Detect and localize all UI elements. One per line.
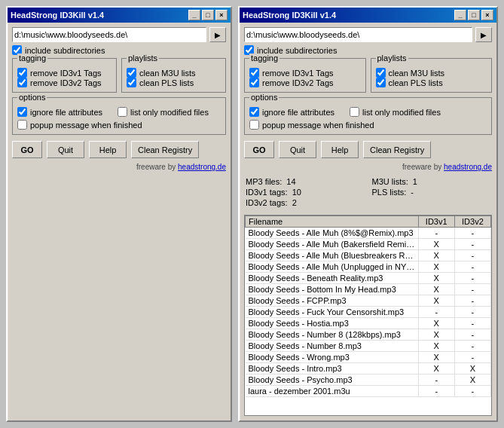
cell-id3v1: X [418, 295, 454, 307]
cell-id3v1: X [418, 261, 454, 273]
cell-filename: Bloody Seeds - Beneath Reality.mp3 [246, 273, 419, 284]
ignore-attr-checkbox-right[interactable] [249, 107, 259, 117]
path-input-left[interactable] [12, 27, 206, 42]
ignore-attr-checkbox-left[interactable] [17, 107, 27, 117]
id3v1-label-right: remove ID3v1 Tags [262, 69, 334, 78]
cell-filename: Bloody Seeds - Fuck Your Censorshit.mp3 [246, 307, 419, 318]
options-row1-left: ignore file attributes list only modifie… [17, 107, 221, 117]
freeware-link-right[interactable]: headstrong.de [444, 163, 492, 171]
cell-id3v2: - [454, 352, 490, 363]
id3v1-stat-row: ID3v1 tags: 10 [246, 188, 365, 197]
m3u-row-right: clean M3U lists [376, 68, 487, 78]
go-button-left[interactable]: GO [12, 141, 42, 158]
options-title-left: options [17, 93, 47, 102]
close-button-left[interactable]: × [215, 10, 228, 20]
cell-id3v1: - [418, 386, 454, 397]
id3v1-stat-value: 10 [292, 188, 301, 197]
table-row: Bloody Seeds - Beneath Reality.mp3X- [246, 273, 491, 284]
id3v1-checkbox-right[interactable] [249, 68, 259, 78]
cell-id3v1: X [418, 363, 454, 374]
popup-label-right: popup message when finished [262, 121, 374, 130]
popup-row-left: popup message when finished [17, 120, 221, 130]
m3u-checkbox-right[interactable] [376, 68, 386, 78]
maximize-button-right[interactable]: □ [468, 10, 480, 20]
cell-id3v1: X [418, 284, 454, 295]
table-row: Bloody Seeds - Wrong.mp3X- [246, 352, 491, 363]
mp3-stat-row: MP3 files: 14 [246, 177, 365, 186]
table-row: Bloody Seeds - Number 8.mp3X- [246, 341, 491, 352]
clean-registry-button-right[interactable]: Clean Registry [363, 141, 431, 158]
table-row: Bloody Seeds - Alle Muh (Bluesbreakers R… [246, 250, 491, 261]
list-only-label-left: list only modified files [130, 108, 209, 117]
m3u-value: 1 [413, 177, 417, 186]
clean-registry-button-left[interactable]: Clean Registry [131, 141, 199, 158]
id3v2-stat-label: ID3v2 tags: [246, 198, 288, 207]
app-title-left: HeadStrong ID3Kill v1.4 [11, 11, 104, 20]
pls-stat-row: PLS lists: - [372, 188, 491, 197]
id3v2-stat-value: 2 [292, 198, 297, 207]
right-window: HeadStrong ID3Kill v1.4 _ □ × ▶ include … [238, 6, 498, 422]
path-row-right: ▶ [244, 27, 492, 42]
minimize-button-left[interactable]: _ [188, 10, 200, 20]
panels-row-left: tagging remove ID3v1 Tags remove ID3v2 T… [12, 58, 226, 93]
go-button-right[interactable]: GO [244, 141, 274, 158]
pls-stat-label: PLS lists: [372, 188, 407, 197]
list-only-checkbox-left[interactable] [118, 107, 127, 117]
playlists-title-left: playlists [127, 54, 159, 63]
m3u-checkbox-left[interactable] [127, 68, 136, 78]
stats-section: MP3 files: 14 M3U lists: 1 ID3v1 tags: 1… [244, 174, 492, 210]
browse-button-right[interactable]: ▶ [475, 27, 492, 42]
id3v2-checkbox-right[interactable] [249, 78, 259, 87]
close-button-right[interactable]: × [481, 10, 493, 20]
popup-checkbox-right[interactable] [249, 120, 259, 130]
cell-id3v1: X [418, 341, 454, 352]
cell-id3v2: - [454, 307, 490, 318]
help-button-left[interactable]: Help [89, 141, 127, 158]
playlists-group-right: playlists clean M3U lists clean PLS list… [371, 58, 493, 93]
cell-id3v1: X [418, 329, 454, 341]
help-button-right[interactable]: Help [321, 141, 359, 158]
left-window: HeadStrong ID3Kill v1.4 _ □ × ▶ include … [6, 6, 232, 422]
cell-id3v1: - [418, 228, 454, 239]
cell-id3v1: X [418, 352, 454, 363]
m3u-label-right: clean M3U lists [389, 69, 445, 78]
browse-button-left[interactable]: ▶ [209, 27, 226, 42]
title-bar-right: HeadStrong ID3Kill v1.4 _ □ × [240, 8, 496, 23]
pls-checkbox-right[interactable] [376, 78, 386, 87]
cell-id3v1: X [418, 273, 454, 284]
cell-id3v2: - [454, 284, 490, 295]
pls-row-right: clean PLS lists [376, 78, 487, 87]
id3v1-label-left: remove ID3v1 Tags [30, 69, 102, 78]
cell-filename: Bloody Seeds - Alle Muh (Bakersfield Rem… [246, 239, 419, 250]
minimize-button-right[interactable]: _ [454, 10, 466, 20]
popup-label-left: popup message when finished [30, 121, 142, 130]
cell-id3v2: - [454, 261, 490, 273]
id3v2-checkbox-left[interactable] [17, 78, 27, 87]
id3v1-checkbox-left[interactable] [17, 68, 27, 78]
list-only-checkbox-right[interactable] [350, 107, 359, 117]
cell-filename: Bloody Seeds - Alle Muh (8%$@Remix).mp3 [246, 228, 419, 239]
popup-checkbox-left[interactable] [17, 120, 27, 130]
quit-button-left[interactable]: Quit [47, 141, 84, 158]
file-table-wrapper[interactable]: Filename ID3v1 ID3v2 Bloody Seeds - Alle… [244, 215, 492, 416]
table-row: Bloody Seeds - Alle Muh (Bakersfield Rem… [246, 239, 491, 250]
col-filename: Filename [246, 216, 419, 228]
maximize-button-left[interactable]: □ [202, 10, 214, 20]
pls-label-right: clean PLS lists [389, 78, 443, 87]
cell-filename: Bloody Seeds - Bottom In My Head.mp3 [246, 284, 419, 295]
cell-id3v1: X [418, 318, 454, 329]
mp3-label: MP3 files: [246, 177, 282, 186]
window-content-left: ▶ include subdirectories tagging remove … [8, 23, 231, 420]
path-input-right[interactable] [244, 27, 472, 42]
cell-filename: Bloody Seeds - Wrong.mp3 [246, 352, 419, 363]
tagging-title-right: tagging [249, 54, 279, 63]
pls-checkbox-left[interactable] [127, 78, 136, 87]
cell-filename: Bloody Seeds - Psycho.mp3 [246, 374, 419, 386]
freeware-link-left[interactable]: headstrong.de [178, 163, 226, 171]
table-row: Bloody Seeds - Number 8 (128kbps).mp3X- [246, 329, 491, 341]
title-bar-buttons-right: _ □ × [454, 10, 493, 20]
cell-filename: Bloody Seeds - Hostia.mp3 [246, 318, 419, 329]
window-content-right: ▶ include subdirectories tagging remove … [240, 23, 496, 420]
quit-button-right[interactable]: Quit [279, 141, 316, 158]
playlists-title-right: playlists [376, 54, 408, 63]
